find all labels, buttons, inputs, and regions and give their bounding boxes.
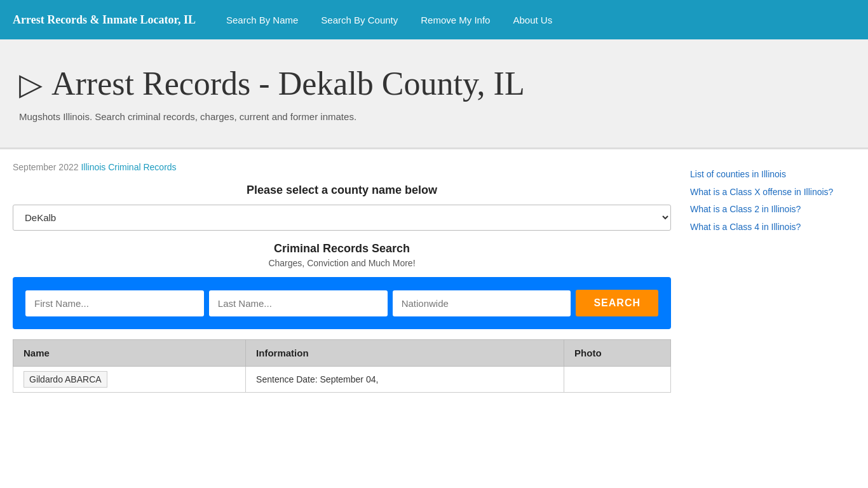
play-icon: ▷ (19, 66, 43, 102)
nav-search-by-name[interactable]: Search By Name (215, 2, 309, 38)
page-title: ▷ Arrest Records - Dekalb County, IL (19, 65, 849, 102)
content-left: September 2022 Illinois Criminal Records… (13, 162, 671, 393)
cell-photo (564, 367, 671, 393)
hero-section: ▷ Arrest Records - Dekalb County, IL Mug… (0, 39, 868, 149)
breadcrumb-link[interactable]: Illinois Criminal Records (81, 162, 176, 172)
col-information: Information (246, 340, 564, 367)
county-section-heading: Please select a county name below (13, 184, 671, 197)
last-name-input[interactable] (209, 290, 388, 316)
sidebar-right: List of counties in Illinois What is a C… (690, 162, 855, 393)
table-header-row: Name Information Photo (13, 340, 671, 367)
location-input[interactable] (393, 290, 571, 316)
nav-about-us[interactable]: About Us (501, 2, 564, 38)
main-container: September 2022 Illinois Criminal Records… (0, 149, 868, 405)
cell-information: Sentence Date: September 04, (246, 367, 564, 393)
sidebar-link-class-4[interactable]: What is a Class 4 in Illinois? (690, 221, 855, 234)
hero-title-text: Arrest Records - Dekalb County, IL (51, 65, 525, 102)
nav-search-by-county[interactable]: Search By County (309, 2, 409, 38)
nav-brand: Arrest Records & Inmate Locator, IL (13, 13, 196, 27)
cell-name: Gildardo ABARCA (13, 367, 246, 393)
county-section: Please select a county name below (funct… (13, 184, 671, 231)
search-section: Criminal Records Search Charges, Convict… (13, 242, 671, 268)
navbar: Arrest Records & Inmate Locator, IL Sear… (0, 0, 868, 39)
col-photo: Photo (564, 340, 671, 367)
search-subheading: Charges, Conviction and Much More! (13, 258, 671, 268)
sidebar-link-counties[interactable]: List of counties in Illinois (690, 168, 855, 181)
first-name-input[interactable] (25, 290, 204, 316)
table-header: Name Information Photo (13, 340, 671, 367)
search-heading: Criminal Records Search (13, 242, 671, 255)
table-body: Gildardo ABARCASentence Date: September … (13, 367, 671, 393)
breadcrumb: September 2022 Illinois Criminal Records (13, 162, 671, 172)
name-badge: Gildardo ABARCA (24, 371, 107, 388)
nav-remove-my-info[interactable]: Remove My Info (409, 2, 501, 38)
sidebar-link-class-2[interactable]: What is a Class 2 in Illinois? (690, 203, 855, 216)
search-button[interactable]: SEARCH (576, 290, 658, 316)
county-select[interactable]: (function(){ const d = JSON.parse(docume… (13, 205, 671, 231)
sidebar-link-class-x[interactable]: What is a Class X offense in Illinois? (690, 186, 855, 199)
search-box: SEARCH (13, 277, 671, 329)
hero-subtitle: Mugshots Illinois. Search criminal recor… (19, 111, 849, 122)
nav-links: Search By Name Search By County Remove M… (215, 2, 564, 38)
col-name: Name (13, 340, 246, 367)
table-row: Gildardo ABARCASentence Date: September … (13, 367, 671, 393)
results-table: Name Information Photo Gildardo ABARCASe… (13, 339, 671, 393)
breadcrumb-prefix: September 2022 (13, 162, 79, 172)
